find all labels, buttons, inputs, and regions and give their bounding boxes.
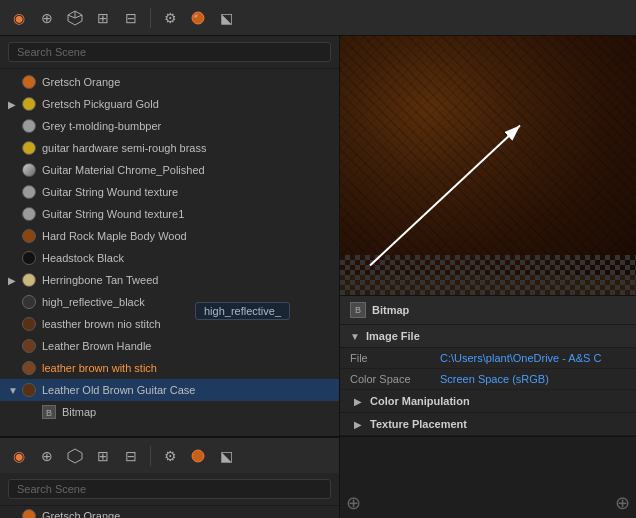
item-label: Gretsch Orange [42,76,120,88]
main-area: Gretsch Orange ▶ Gretsch Pickguard Gold … [0,36,636,436]
list-item[interactable]: ▶ Gretsch Pickguard Gold [0,93,339,115]
material-swatch [22,383,36,397]
image-file-section-header[interactable]: ▼ Image File [340,325,636,348]
material-swatch [22,273,36,287]
item-label: Leather Brown Handle [42,340,151,352]
expand-arrow: ▶ [8,99,22,110]
list-item[interactable]: Guitar String Wound texture [0,181,339,203]
bottom-divider [150,446,151,466]
color-manip-arrow: ▶ [354,396,366,407]
material-swatch [22,97,36,111]
list-item[interactable]: Guitar String Wound texture1 [0,203,339,225]
nav-left-icon[interactable]: ⊕ [346,492,361,514]
camera-nav-icon[interactable]: ⊕ [615,492,630,514]
texture-place-arrow: ▶ [354,419,366,430]
section-expand-arrow: ▼ [350,331,362,342]
bitmap-sub-icon: B [42,405,56,419]
checker-pattern [340,255,636,295]
color-manipulation-header[interactable]: ▶ Color Manipulation [340,390,636,413]
properties-panel: B Bitmap ▼ Image File File C:\Users\plan… [340,295,636,436]
cube-icon[interactable] [64,7,86,29]
list-item[interactable]: Gretsch Orange [0,71,339,93]
bottom-left-panel: ◉ ⊕ ⊞ ⊟ ⚙ ⬕ Gretsc [0,437,340,518]
right-panel: B Bitmap ▼ Image File File C:\Users\plan… [340,36,636,436]
bottom-material-icon[interactable] [187,445,209,467]
material-swatch [22,119,36,133]
file-value[interactable]: C:\Users\plant\OneDrive - A&S C [440,352,601,364]
material-swatch [22,509,36,518]
item-label: Guitar String Wound texture1 [42,208,184,220]
material-swatch [22,75,36,89]
material-swatch [22,141,36,155]
expand-arrow: ▶ [8,275,22,286]
bottom-toolbar: ◉ ⊕ ⊞ ⊟ ⚙ ⬕ [0,437,339,473]
item-label: Hard Rock Maple Body Wood [42,230,187,242]
material-swatch [22,207,36,221]
bottom-search-input[interactable] [8,479,331,499]
image-file-title: Image File [366,330,420,342]
item-label: leather brown with stich [42,362,157,374]
item-label: leasther brown nio stitch [42,318,161,330]
material-swatch [22,361,36,375]
search-input[interactable] [8,42,331,62]
bottom-search-bar [0,473,339,506]
bottom-cursor-icon[interactable]: ⊕ [36,445,58,467]
list-item[interactable]: high_reflective_black [0,291,339,313]
bottom-grid-icon[interactable]: ⊟ [120,445,142,467]
material-swatch [22,295,36,309]
list-item[interactable]: Hard Rock Maple Body Wood [0,225,339,247]
texture-preview [340,36,636,295]
texture-placement-header[interactable]: ▶ Texture Placement [340,413,636,436]
sphere-icon[interactable]: ◉ [8,7,30,29]
item-label: Gretsch Orange [42,510,120,518]
list-item[interactable]: leather brown with stich [0,357,339,379]
window-icon[interactable]: ⬕ [215,7,237,29]
bottom-sphere-icon[interactable]: ◉ [8,445,30,467]
list-item[interactable]: Guitar Material Chrome_Polished [0,159,339,181]
item-label: Grey t-molding-bumbper [42,120,161,132]
list-item[interactable]: Headstock Black [0,247,339,269]
material-swatch [22,251,36,265]
material-ball-icon[interactable] [187,7,209,29]
item-label: Leather Old Brown Guitar Case [42,384,195,396]
item-label: Headstock Black [42,252,124,264]
layers-icon[interactable]: ⊞ [92,7,114,29]
list-item-sub[interactable]: B Bitmap [0,401,339,423]
cursor-icon[interactable]: ⊕ [36,7,58,29]
grid-icon[interactable]: ⊟ [120,7,142,29]
item-label-bitmap: Bitmap [62,406,96,418]
list-item-selected[interactable]: ▼ Leather Old Brown Guitar Case [0,379,339,401]
item-label: Herringbone Tan Tweed [42,274,158,286]
material-swatch [22,185,36,199]
bottom-layers-icon[interactable]: ⊞ [92,445,114,467]
bottom-list-item[interactable]: Gretsch Orange [0,506,339,518]
color-space-value[interactable]: Screen Space (sRGB) [440,373,549,385]
svg-point-0 [192,12,204,24]
file-label: File [350,352,440,364]
file-prop-row: File C:\Users\plant\OneDrive - A&S C [340,348,636,369]
material-list: Gretsch Orange ▶ Gretsch Pickguard Gold … [0,69,339,425]
svg-point-4 [192,450,204,462]
search-bar [0,36,339,69]
bottom-window-icon[interactable]: ⬕ [215,445,237,467]
item-label: Guitar Material Chrome_Polished [42,164,205,176]
list-item[interactable]: ▶ Herringbone Tan Tweed [0,269,339,291]
bottom-gear-icon[interactable]: ⚙ [159,445,181,467]
bitmap-icon: B [350,302,366,318]
divider-1 [150,8,151,28]
item-label: Guitar String Wound texture [42,186,178,198]
bottom-right-panel: ⊕ ⊕ [340,437,636,518]
bitmap-header[interactable]: B Bitmap [340,296,636,325]
bitmap-title: Bitmap [372,304,409,316]
color-space-prop-row: Color Space Screen Space (sRGB) [340,369,636,390]
list-item[interactable]: Leather Brown Handle [0,335,339,357]
list-item[interactable]: leasther brown nio stitch [0,313,339,335]
list-item[interactable]: Grey t-molding-bumbper [0,115,339,137]
color-space-label: Color Space [350,373,440,385]
gear-icon[interactable]: ⚙ [159,7,181,29]
item-label: high_reflective_black [42,296,145,308]
bottom-cube-icon[interactable] [64,445,86,467]
color-manipulation-title: Color Manipulation [370,395,470,407]
list-item[interactable]: guitar hardware semi-rough brass [0,137,339,159]
material-swatch [22,339,36,353]
